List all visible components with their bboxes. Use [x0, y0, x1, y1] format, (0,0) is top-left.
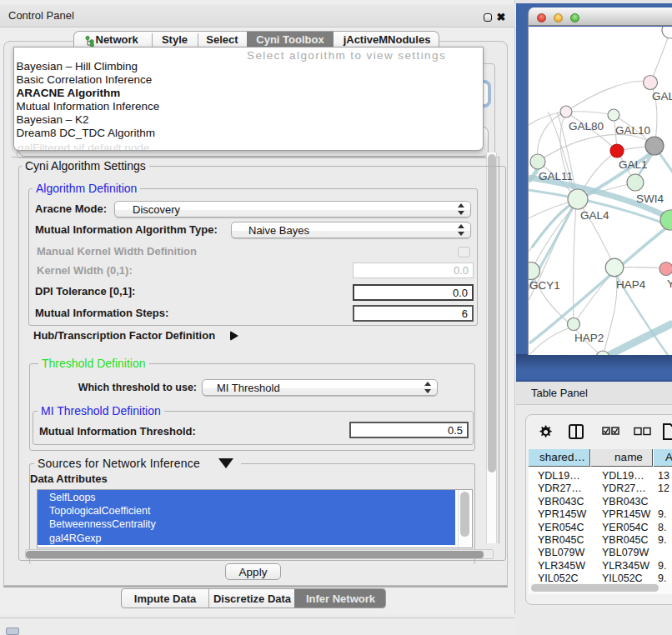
- svg-text:YM: YM: [667, 278, 672, 290]
- svg-text:GAL11: GAL11: [539, 170, 573, 182]
- svg-text:GAL10: GAL10: [615, 124, 650, 137]
- svg-text:GAL80: GAL80: [569, 120, 604, 132]
- svg-text:GCY1: GCY1: [529, 279, 560, 292]
- svg-text:GAL4: GAL4: [580, 209, 609, 222]
- svg-text:HAP2: HAP2: [574, 332, 604, 344]
- svg-text:HAP4: HAP4: [616, 278, 646, 291]
- svg-text:GAL7: GAL7: [652, 90, 672, 102]
- svg-text:SWI4: SWI4: [636, 192, 664, 205]
- svg-text:GAL1: GAL1: [619, 158, 648, 171]
